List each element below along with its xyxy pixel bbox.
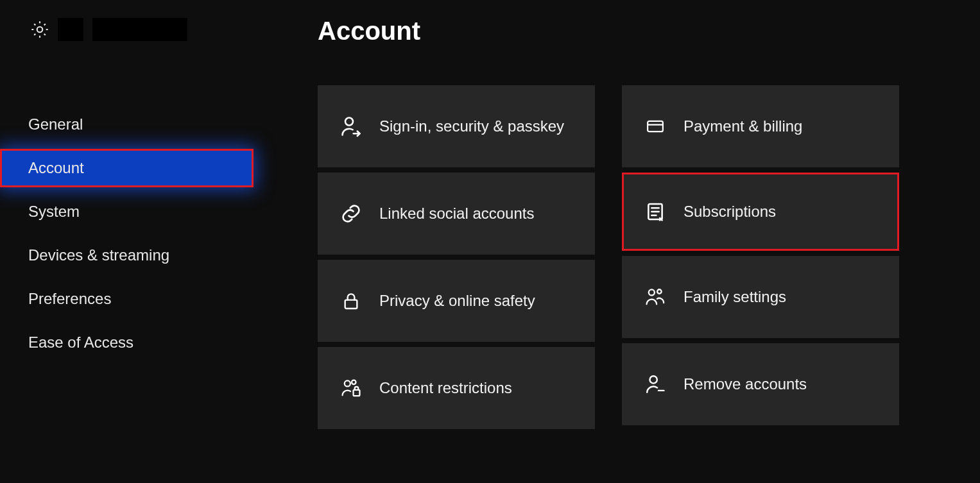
tile-payment-billing[interactable]: Payment & billing: [622, 85, 899, 167]
receipt-icon: [641, 201, 669, 223]
tile-grid: Sign-in, security & passkey Linked socia…: [318, 85, 980, 429]
svg-point-4: [352, 380, 356, 385]
tile-label: Remove accounts: [683, 375, 807, 394]
sidebar-item-label: Ease of Access: [28, 334, 133, 352]
svg-rect-2: [345, 300, 357, 309]
sidebar-item-label: Preferences: [28, 290, 111, 308]
svg-point-1: [345, 118, 353, 126]
tile-label: Linked social accounts: [379, 204, 534, 223]
settings-nav: General Account System Devices & streami…: [0, 105, 266, 362]
redacted-block: [58, 18, 83, 41]
svg-point-12: [649, 289, 655, 295]
lock-icon: [337, 289, 365, 312]
sidebar-item-preferences[interactable]: Preferences: [0, 280, 266, 318]
sidebar-header: [0, 0, 266, 41]
tile-remove-accounts[interactable]: Remove accounts: [622, 343, 899, 425]
sidebar-item-system[interactable]: System: [0, 192, 266, 231]
tile-subscriptions[interactable]: Subscriptions: [622, 173, 899, 251]
sidebar-item-general[interactable]: General: [0, 105, 266, 144]
tile-signin-security-passkey[interactable]: Sign-in, security & passkey: [318, 85, 595, 167]
tile-family-settings[interactable]: Family settings: [622, 256, 899, 338]
tile-linked-social-accounts[interactable]: Linked social accounts: [318, 173, 595, 255]
tile-label: Family settings: [683, 287, 786, 307]
tile-label: Privacy & online safety: [379, 291, 535, 310]
svg-rect-5: [354, 390, 360, 396]
svg-rect-6: [648, 121, 663, 131]
person-minus-icon: [641, 373, 669, 395]
sidebar-item-account[interactable]: Account: [0, 149, 254, 187]
card-icon: [641, 117, 669, 136]
svg-point-0: [37, 27, 43, 33]
tile-content-restrictions[interactable]: Content restrictions: [318, 347, 595, 429]
tile-label: Sign-in, security & passkey: [379, 117, 564, 136]
person-arrow-icon: [337, 115, 365, 138]
tile-privacy-online-safety[interactable]: Privacy & online safety: [318, 260, 595, 342]
page-title: Account: [318, 17, 980, 46]
tile-label: Subscriptions: [683, 202, 776, 221]
main-content: Account Sign-in, security & passkey: [266, 0, 980, 483]
gear-icon: [30, 19, 50, 40]
svg-point-14: [650, 376, 657, 383]
people-icon: [641, 286, 669, 308]
sidebar-item-ease-of-access[interactable]: Ease of Access: [0, 323, 266, 362]
people-lock-icon: [337, 377, 365, 399]
tile-label: Payment & billing: [683, 117, 802, 136]
sidebar-item-label: General: [28, 115, 83, 133]
sidebar-item-devices-streaming[interactable]: Devices & streaming: [0, 236, 266, 275]
tile-column-right: Payment & billing Subscriptions: [622, 85, 899, 429]
settings-sidebar: General Account System Devices & streami…: [0, 0, 266, 483]
redacted-block: [92, 18, 187, 41]
svg-point-13: [657, 289, 662, 294]
tile-label: Content restrictions: [379, 378, 512, 398]
sidebar-item-label: Account: [28, 159, 84, 177]
svg-point-3: [345, 380, 350, 386]
sidebar-item-label: Devices & streaming: [28, 246, 169, 264]
sidebar-item-label: System: [28, 203, 80, 221]
tile-column-left: Sign-in, security & passkey Linked socia…: [318, 85, 595, 429]
link-icon: [337, 203, 365, 225]
